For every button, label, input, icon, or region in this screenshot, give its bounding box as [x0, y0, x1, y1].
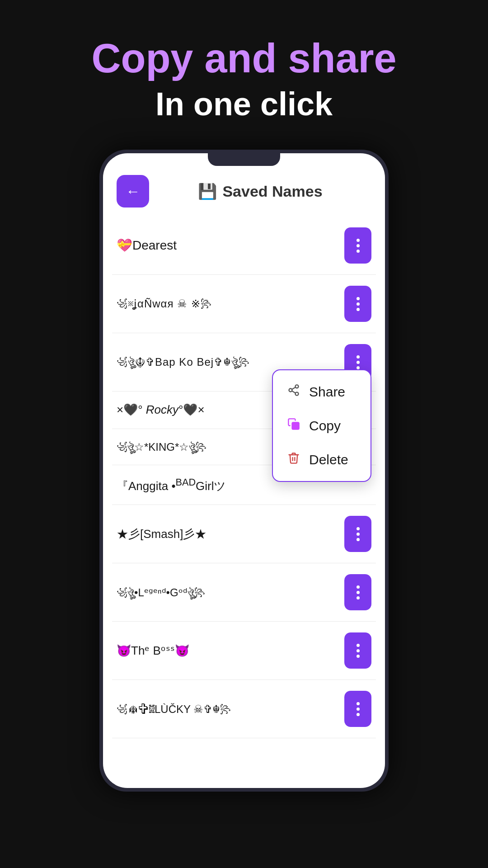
context-delete-button[interactable]: Delete: [273, 443, 371, 476]
three-dots-icon: [357, 585, 360, 599]
copy-label: Copy: [309, 418, 341, 434]
list-item: ꧁ঔৣ☬✞Bap Ko Bej✞☬ঔৣ꧂: [112, 333, 376, 392]
delete-icon: [286, 452, 302, 467]
item-menu-button[interactable]: [344, 574, 371, 610]
list-item: 💝Dearest: [112, 217, 376, 275]
three-dots-icon: [357, 239, 360, 253]
item-menu-button[interactable]: [344, 286, 371, 322]
save-icon: 💾: [198, 182, 217, 200]
three-dots-icon: [357, 355, 360, 369]
copy-icon: [286, 418, 302, 434]
item-menu-button[interactable]: [344, 691, 371, 727]
item-menu-button[interactable]: [344, 516, 371, 552]
item-menu-button[interactable]: [344, 227, 371, 264]
list-item: ★彡[Smash]彡★: [112, 505, 376, 563]
three-dots-icon: [357, 644, 360, 658]
item-name: ꧁※ʝαÑwαя ☠ ※꧂: [117, 297, 344, 311]
promo-title-line1: Copy and share: [91, 36, 396, 81]
item-name: ꧁ঔৣ☬✞Bap Ko Bej✞☬ঔৣ꧂: [117, 355, 344, 369]
item-name: ꧁☬✞☠LÙČKY ☠✞☬꧂: [117, 702, 344, 716]
context-share-button[interactable]: Share: [273, 375, 371, 409]
back-arrow-icon: ←: [126, 184, 140, 198]
list-item: ꧁※ʝαÑwαя ☠ ※꧂: [112, 275, 376, 333]
list-item: 😈Thᵉ Bᵒˢˢ😈: [112, 622, 376, 680]
share-icon: [286, 384, 302, 400]
item-name: 😈Thᵉ Bᵒˢˢ😈: [117, 643, 344, 659]
phone-screen: ← 💾 Saved Names 💝Dearest ꧁※ʝαÑwαя ☠ ※꧂: [103, 153, 385, 788]
phone-notch: [208, 153, 280, 166]
app-header: ← 💾 Saved Names: [103, 166, 385, 217]
svg-line-3: [292, 391, 296, 393]
list-item: ꧁ঔৣ•Lᵉᵍᵉⁿᵈ•Gᵒᵈঔৣ꧂: [112, 563, 376, 622]
share-label: Share: [309, 384, 345, 400]
names-list: 💝Dearest ꧁※ʝαÑwαя ☠ ※꧂ ꧁ঔৣ☬✞Bap K: [103, 217, 385, 788]
app-title-area: 💾 Saved Names: [198, 182, 322, 200]
phone-mockup: ← 💾 Saved Names 💝Dearest ꧁※ʝαÑwαя ☠ ※꧂: [99, 150, 389, 792]
context-menu: Share Copy: [272, 369, 371, 482]
context-copy-button[interactable]: Copy: [273, 409, 371, 443]
three-dots-icon: [357, 527, 360, 541]
list-item: ꧁☬✞☠LÙČKY ☠✞☬꧂: [112, 680, 376, 738]
item-name: ꧁ঔৣ•Lᵉᵍᵉⁿᵈ•Gᵒᵈঔৣ꧂: [117, 585, 344, 599]
svg-rect-5: [292, 423, 299, 429]
promo-title-line2: In one click: [91, 85, 396, 123]
svg-line-4: [292, 387, 296, 390]
back-button[interactable]: ←: [117, 175, 149, 208]
screen-title: Saved Names: [222, 183, 322, 200]
three-dots-icon: [357, 297, 360, 311]
three-dots-icon: [357, 702, 360, 716]
item-menu-button[interactable]: [344, 632, 371, 669]
promo-header: Copy and share In one click: [91, 36, 396, 123]
delete-label: Delete: [309, 452, 348, 467]
item-name: ★彡[Smash]彡★: [117, 527, 344, 542]
item-name: 💝Dearest: [117, 237, 344, 254]
